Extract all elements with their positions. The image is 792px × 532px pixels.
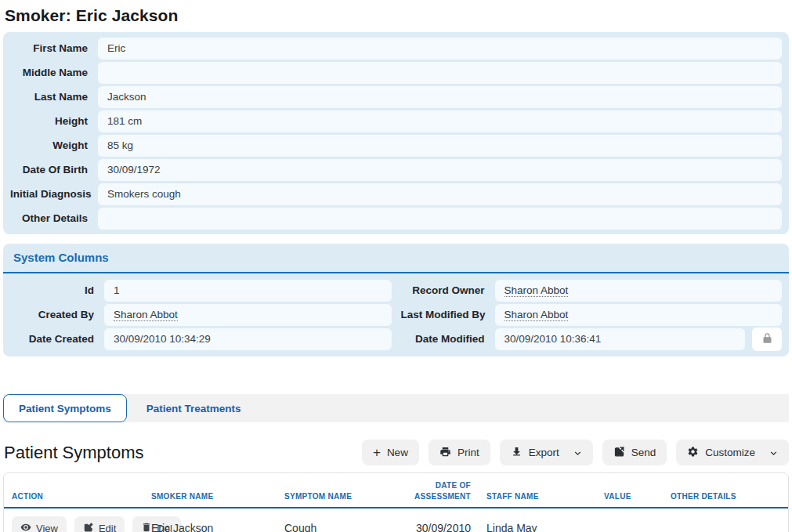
field-label: First Name [10, 42, 98, 54]
field-value-id: 1 [104, 280, 392, 302]
field-label: Last Name [10, 91, 98, 103]
field-value-date-modified: 30/09/2010 10:36:41 [495, 328, 746, 350]
column-header-value: VALUE [596, 473, 663, 508]
edit-button-label: Edit [99, 523, 116, 532]
field-row-last-modified-by: Last Modified By Sharon Abbot [401, 302, 783, 327]
field-row-date-of-birth: Date Of Birth 30/09/1972 [10, 157, 782, 182]
field-value-height: 181 cm [98, 110, 782, 132]
cell-other-details [663, 508, 788, 532]
field-label: Height [10, 115, 98, 127]
patient-symptoms-section-bar: Patient Symptoms + New Print Export Send… [3, 440, 789, 465]
edit-button[interactable]: Edit [74, 516, 125, 532]
cell-date-of-assessment: 30/09/2010 [392, 508, 479, 532]
field-value-initial-diagnosis: Smokers cough [98, 183, 782, 205]
export-button-label: Export [529, 447, 559, 458]
field-value-date-of-birth: 30/09/1972 [98, 159, 782, 181]
field-row-date-created: Date Created 30/09/2010 10:34:29 [10, 327, 392, 351]
system-columns-panel: System Columns Id 1 Created By Sharon Ab… [3, 244, 789, 356]
field-value-record-owner: Sharon Abbot [495, 280, 783, 302]
system-columns-left: Id 1 Created By Sharon Abbot Date Create… [10, 278, 392, 351]
related-tabs-bar: Patient Symptoms Patient Treatments [3, 394, 789, 422]
field-label: Date Modified [401, 333, 495, 345]
created-by-link[interactable]: Sharon Abbot [114, 309, 178, 321]
toolbar: + New Print Export Send Customize [362, 440, 789, 465]
eye-icon [20, 522, 31, 532]
field-label: Id [10, 284, 104, 296]
tab-patient-treatments[interactable]: Patient Treatments [127, 394, 261, 422]
smoker-name-link[interactable]: Eric Jackson [151, 522, 213, 532]
download-icon [511, 446, 523, 460]
system-columns-right: Record Owner Sharon Abbot Last Modified … [401, 278, 783, 351]
column-header-date-of-assessment: DATE OF ASSESSMENT [392, 473, 479, 508]
field-value-date-created: 30/09/2010 10:34:29 [104, 328, 392, 350]
gear-icon [687, 446, 699, 460]
field-label: Last Modified By [401, 309, 495, 320]
record-owner-link[interactable]: Sharon Abbot [504, 284, 569, 297]
send-button-label: Send [631, 447, 656, 458]
field-label: Initial Diagnosis [10, 188, 98, 200]
chevron-down-icon [768, 447, 778, 458]
field-label: Date Of Birth [10, 164, 98, 176]
section-title: Patient Symptoms [4, 443, 144, 463]
system-columns-grid: Id 1 Created By Sharon Abbot Date Create… [3, 273, 789, 356]
view-button-label: View [36, 523, 58, 532]
printer-icon [439, 446, 451, 460]
print-button[interactable]: Print [429, 440, 490, 465]
column-header-action: ACTION [4, 473, 143, 508]
export-button[interactable]: Export [500, 440, 593, 465]
plus-icon: + [373, 446, 381, 459]
cell-value [596, 508, 663, 532]
field-label: Date Created [10, 333, 104, 345]
field-row-other-details: Other Details [10, 206, 782, 230]
system-columns-title: System Columns [3, 244, 789, 273]
field-row-initial-diagnosis: Initial Diagnosis Smokers cough [10, 182, 782, 206]
field-label: Weight [10, 139, 98, 151]
column-header-staff-name: STAFF NAME [479, 473, 596, 508]
field-row-first-name: First Name Eric [10, 36, 782, 60]
field-label: Record Owner [401, 284, 495, 296]
lock-icon [761, 332, 773, 346]
table-header-row: ACTION SMOKER NAME SYMPTOM NAME DATE OF … [4, 473, 788, 508]
column-header-symptom-name: SYMPTOM NAME [277, 473, 392, 508]
chevron-down-icon [572, 447, 582, 458]
symptom-name-link[interactable]: Cough [284, 522, 316, 532]
print-button-label: Print [457, 447, 479, 458]
cell-staff-name: Linda May [479, 508, 596, 532]
send-button[interactable]: Send [602, 440, 667, 465]
field-value-other-details [98, 208, 782, 230]
field-row-created-by: Created By Sharon Abbot [10, 302, 392, 327]
lock-button[interactable] [752, 328, 782, 351]
field-value-middle-name [98, 62, 782, 84]
field-row-date-modified: Date Modified 30/09/2010 10:36:41 [401, 327, 783, 351]
field-value-last-modified-by: Sharon Abbot [495, 304, 783, 326]
patient-symptoms-table: ACTION SMOKER NAME SYMPTOM NAME DATE OF … [3, 472, 789, 532]
edit-icon [83, 522, 94, 532]
last-modified-by-link[interactable]: Sharon Abbot [504, 309, 569, 321]
record-detail-panel: First Name Eric Middle Name Last Name Ja… [3, 32, 789, 234]
field-label: Other Details [10, 212, 98, 224]
new-button-label: New [387, 447, 408, 458]
table-row: View Edit Del Eric Jackson Cough [4, 508, 788, 532]
new-button[interactable]: + New [362, 440, 419, 465]
customize-button-label: Customize [705, 447, 755, 458]
staff-name-link[interactable]: Linda May [486, 522, 537, 532]
column-header-smoker-name: SMOKER NAME [143, 473, 277, 508]
field-row-last-name: Last Name Jackson [10, 85, 782, 109]
field-label: Middle Name [10, 67, 98, 78]
page-title: Smoker: Eric Jackson [5, 6, 789, 25]
field-row-weight: Weight 85 kg [10, 133, 782, 157]
field-row-record-owner: Record Owner Sharon Abbot [401, 278, 783, 302]
row-action-buttons: View Edit Del [12, 516, 136, 532]
field-label: Created By [10, 309, 104, 320]
field-value-weight: 85 kg [98, 135, 782, 157]
column-header-other-details: OTHER DETAILS [663, 473, 788, 508]
send-icon [613, 446, 625, 460]
field-row-middle-name: Middle Name [10, 60, 782, 85]
field-row-id: Id 1 [10, 278, 392, 302]
cell-symptom-name: Cough [277, 508, 392, 532]
field-row-height: Height 181 cm [10, 109, 782, 133]
customize-button[interactable]: Customize [676, 440, 789, 465]
view-button[interactable]: View [12, 516, 67, 532]
tab-patient-symptoms[interactable]: Patient Symptoms [3, 394, 127, 422]
field-value-last-name: Jackson [98, 86, 782, 108]
